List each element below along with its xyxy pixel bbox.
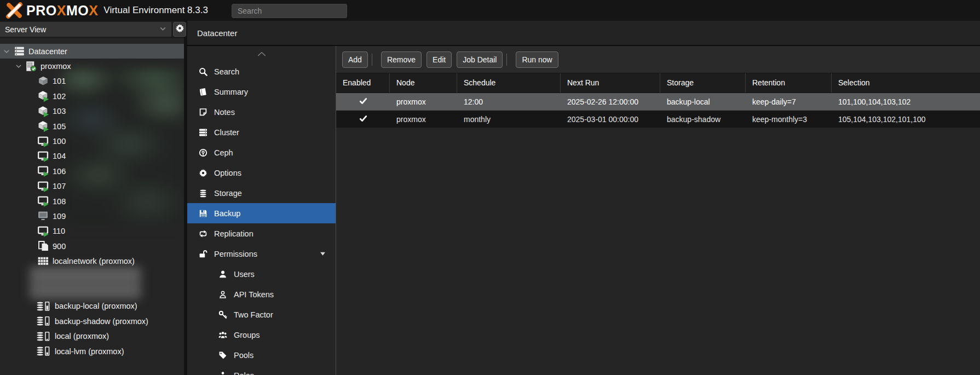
menu-item-two-factor[interactable]: Two Factor: [187, 304, 336, 325]
grid-body: proxmox12:002025-02-26 12:00:00backup-lo…: [336, 93, 980, 128]
caret-down-icon[interactable]: [15, 63, 24, 70]
tree-item-109[interactable]: 109: [0, 209, 184, 223]
tree-item-106[interactable]: 106: [0, 164, 184, 178]
tree-item-101[interactable]: 101: [0, 74, 184, 89]
cell-node: proxmox: [390, 115, 457, 124]
menu-item-label: Notes: [214, 108, 235, 117]
tree-item-110[interactable]: 110: [0, 224, 184, 239]
cell-retention: keep-daily=7: [746, 97, 832, 106]
vm-running-icon: [36, 226, 50, 237]
column-header-storage[interactable]: Storage: [660, 73, 746, 93]
tree-item-redacted[interactable]: [0, 284, 184, 298]
brand-wordmark: PROXMOX: [26, 3, 98, 19]
cell-next_run: 2025-02-26 12:00:00: [561, 97, 660, 106]
menu-item-label: Replication: [214, 229, 253, 238]
menu-item-label: Groups: [234, 331, 260, 339]
menu-item-label: Ceph: [214, 148, 233, 157]
cell-selection: 105,104,103,102,101,100: [832, 115, 980, 124]
tree-item-label: 108: [53, 197, 66, 206]
tree-item-label: Datacenter: [28, 47, 67, 56]
node-icon: [24, 61, 38, 72]
tree-item-108[interactable]: 108: [0, 194, 184, 209]
panel-header: Datacenter: [187, 21, 980, 46]
permissions-icon: [198, 250, 208, 258]
column-header-enabled[interactable]: Enabled: [336, 73, 390, 93]
menu-item-replication[interactable]: Replication: [187, 223, 336, 244]
tree-item-label: 100: [53, 137, 66, 146]
tree-item-label: backup-local (proxmox): [55, 302, 137, 310]
triangle-down-icon[interactable]: [320, 251, 326, 257]
storage-icon: [36, 316, 53, 326]
replication-icon: [198, 229, 208, 238]
cell-node: proxmox: [390, 97, 457, 106]
vm-stopped-icon: [36, 210, 50, 222]
tree-item-localnetwork-proxmox-[interactable]: localnetwork (proxmox): [0, 253, 184, 268]
tree-item-redacted[interactable]: [0, 269, 184, 284]
edit-button[interactable]: Edit: [426, 51, 452, 68]
summary-icon: [198, 88, 208, 96]
menu-item-pools[interactable]: Pools: [187, 345, 336, 365]
menu-item-options[interactable]: Options: [187, 163, 336, 183]
menu-item-notes[interactable]: Notes: [187, 102, 336, 122]
backup-job-row-2[interactable]: proxmoxmonthly2025-03-01 00:00:00backup-…: [336, 111, 980, 128]
menu-item-cluster[interactable]: Cluster: [187, 122, 336, 142]
column-header-next_run[interactable]: Next Run: [561, 73, 660, 93]
network-icon: [36, 257, 50, 266]
groups-icon: [218, 331, 228, 339]
tree-item-102[interactable]: 102: [0, 89, 184, 103]
menu-item-label: Two Factor: [234, 310, 273, 319]
menu-item-summary[interactable]: Summary: [187, 82, 336, 102]
tree-item-datacenter[interactable]: Datacenter: [0, 44, 184, 59]
menu-item-label: Summary: [214, 88, 248, 96]
menu-item-label: Search: [214, 67, 239, 76]
column-header-retention[interactable]: Retention: [746, 73, 832, 93]
chevron-up-icon: [257, 49, 266, 59]
menu-item-search[interactable]: Search: [187, 61, 336, 82]
storage-icon: [36, 301, 53, 311]
tree-item-105[interactable]: 105: [0, 119, 184, 134]
tree-item-label: proxmox: [41, 62, 71, 71]
menu-item-label: Storage: [214, 189, 242, 198]
view-selector-dropdown[interactable]: Server View: [0, 22, 171, 37]
tree-item-100[interactable]: 100: [0, 134, 184, 148]
column-header-node[interactable]: Node: [390, 73, 457, 93]
run-now-button[interactable]: Run now: [516, 51, 558, 68]
menu-item-storage[interactable]: Storage: [187, 183, 336, 203]
menu-item-api-tokens[interactable]: API Tokens: [187, 284, 336, 304]
remove-button[interactable]: Remove: [381, 51, 422, 68]
tree-item-local-lvm-proxmox-[interactable]: local-lvm (proxmox): [0, 344, 184, 359]
add-button[interactable]: Add: [342, 51, 368, 68]
tree-item-107[interactable]: 107: [0, 179, 184, 194]
tree-item-label: 106: [53, 167, 66, 176]
caret-down-icon[interactable]: [3, 48, 12, 55]
backup-job-row-1[interactable]: proxmox12:002025-02-26 12:00:00backup-lo…: [336, 93, 980, 111]
menu-item-ceph[interactable]: Ceph: [187, 142, 336, 163]
cell-enabled: [336, 97, 390, 107]
menu-item-permissions[interactable]: Permissions: [187, 244, 336, 264]
tree-item-proxmox[interactable]: proxmox: [0, 59, 184, 73]
vm-running-icon: [36, 195, 50, 207]
vm-running-icon: [36, 136, 50, 147]
menu-item-users[interactable]: Users: [187, 264, 336, 284]
menu-item-backup[interactable]: Backup: [187, 203, 336, 223]
api-tokens-icon: [218, 290, 228, 299]
tree-item-900[interactable]: 900: [0, 239, 184, 253]
menu-scroll-up[interactable]: [187, 46, 336, 61]
tree-item-label: 110: [53, 227, 65, 235]
tree-settings-button[interactable]: [173, 22, 186, 37]
search-input[interactable]: [232, 4, 347, 18]
tree-item-label: 104: [53, 152, 66, 160]
menu-item-roles[interactable]: Roles: [187, 365, 336, 375]
job-detail-button[interactable]: Job Detail: [457, 51, 503, 68]
check-icon: [359, 97, 367, 107]
column-header-schedule[interactable]: Schedule: [457, 73, 561, 93]
menu-item-label: Backup: [214, 209, 240, 218]
cell-next_run: 2025-03-01 00:00:00: [561, 115, 660, 124]
tree-item-local-proxmox-[interactable]: local (proxmox): [0, 328, 184, 343]
tree-item-backup-local-proxmox-[interactable]: backup-local (proxmox): [0, 299, 184, 314]
tree-item-backup-shadow-proxmox-[interactable]: backup-shadow (proxmox): [0, 314, 184, 328]
tree-item-103[interactable]: 103: [0, 104, 184, 119]
column-header-selection[interactable]: Selection: [832, 73, 980, 93]
menu-item-groups[interactable]: Groups: [187, 325, 336, 345]
tree-item-104[interactable]: 104: [0, 149, 184, 164]
